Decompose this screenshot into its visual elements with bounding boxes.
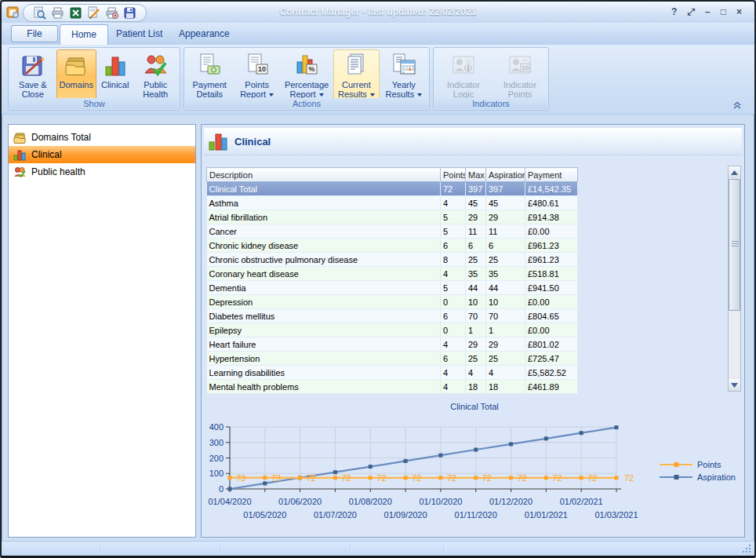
- cell-max: 6: [466, 239, 486, 253]
- payment-details-icon: [197, 53, 222, 78]
- public-health-button[interactable]: Public Health: [133, 49, 177, 100]
- y-tick-label: 200: [209, 454, 224, 463]
- window-title: Contract Manager - last updated: 22/02/2…: [2, 6, 754, 17]
- help-button[interactable]: ?: [671, 5, 677, 19]
- cell-payment: £941.50: [525, 281, 578, 295]
- domains-list-panel: Domains Total Clinical Public health: [8, 124, 196, 538]
- percentage-report-button[interactable]: % Percentage Report: [282, 49, 332, 100]
- table-row[interactable]: Mental health problems41818£461.89: [207, 380, 578, 394]
- table-row[interactable]: Coronary heart disease43535£518.81: [207, 267, 578, 281]
- table-body: Clinical Total72397397£14,542.35Asthma44…: [207, 182, 578, 394]
- column-header-aspiration[interactable]: Aspiration: [486, 168, 525, 182]
- table-row[interactable]: Chronic obstructive pulmonary disease825…: [207, 253, 578, 267]
- column-header-payment[interactable]: Payment: [525, 168, 578, 182]
- fullscreen-button[interactable]: ⤢: [687, 5, 695, 19]
- table-row[interactable]: Clinical Total72397397£14,542.35: [207, 182, 578, 196]
- x-tick-label: 01/02/2021: [560, 497, 603, 506]
- cell-aspiration: 18: [486, 380, 525, 394]
- column-header-max[interactable]: Max: [466, 168, 486, 182]
- point-value-label: 72: [412, 473, 421, 483]
- domains-button[interactable]: Domains: [56, 49, 96, 100]
- folders-icon: [13, 132, 26, 144]
- save-and-close-button[interactable]: Save & Close: [11, 49, 55, 100]
- cell-points: 6: [441, 352, 466, 366]
- table-row[interactable]: Cancer51111£0.00: [207, 224, 578, 239]
- table-row[interactable]: Heart failure42929£801.02: [207, 337, 578, 352]
- table-header: DescriptionPointsMaxAspirationPayment: [207, 168, 578, 182]
- cell-payment: £480.61: [525, 196, 578, 210]
- arrow-up-icon: [731, 170, 738, 175]
- points-marker: [333, 476, 337, 480]
- clinical-results-panel: Clinical DescriptionPointsMaxAspirationP…: [201, 124, 745, 538]
- x-tick-label: 01/08/2020: [349, 497, 392, 506]
- sidebar-item-domains-total[interactable]: Domains Total: [9, 129, 195, 146]
- cell-description: Clinical Total: [207, 182, 441, 196]
- resize-grip[interactable]: [743, 545, 751, 553]
- ribbon-tab-row: File Home Patient List Appearance: [2, 23, 754, 46]
- points-report-button[interactable]: 10 Points Report: [234, 49, 279, 100]
- table-row[interactable]: Diabetes mellitus67070£804.65: [207, 309, 578, 323]
- table-row[interactable]: Depression01010£0.00: [207, 295, 578, 309]
- panel-title: Clinical: [234, 136, 271, 148]
- tab-appearance[interactable]: Appearance: [168, 24, 241, 44]
- table-row[interactable]: Asthma44545£480.61: [207, 196, 578, 210]
- table-vertical-scrollbar[interactable]: [728, 166, 741, 392]
- cell-points: 4: [441, 380, 466, 394]
- points-report-icon: 10: [245, 53, 270, 78]
- cell-aspiration: 11: [486, 224, 525, 239]
- indicator-points-button: 10 Indicator Points: [492, 49, 547, 100]
- cell-payment: £0.00: [525, 323, 578, 337]
- table-row[interactable]: Learning disabilities444£5,582.52: [207, 366, 578, 380]
- scrollbar-thumb[interactable]: [729, 179, 740, 311]
- cell-max: 397: [466, 182, 486, 196]
- table-row[interactable]: Atrial fibrillation52929£914.38: [207, 210, 578, 224]
- cell-points: 4: [441, 267, 466, 281]
- payment-details-button[interactable]: Payment Details: [187, 49, 232, 100]
- aspiration-marker: [615, 425, 619, 429]
- table-row[interactable]: Dementia54444£941.50: [207, 281, 578, 295]
- clinical-chart-icon: [103, 53, 128, 78]
- close-button[interactable]: ×: [736, 5, 742, 19]
- cell-max: 1: [466, 323, 486, 337]
- cell-description: Heart failure: [207, 337, 441, 352]
- cell-aspiration: 44: [486, 281, 525, 295]
- x-tick-label: 01/09/2020: [384, 510, 427, 520]
- cell-payment: £801.02: [525, 337, 578, 352]
- table-row[interactable]: Hypertension62525£725.47: [207, 352, 578, 366]
- svg-text:10: 10: [522, 64, 529, 71]
- cell-max: 18: [466, 380, 486, 394]
- sidebar-item-public-health[interactable]: Public health: [9, 163, 195, 181]
- x-tick-label: 01/12/2020: [489, 497, 532, 506]
- y-tick-label: 100: [209, 469, 224, 478]
- sidebar-item-clinical[interactable]: Clinical: [9, 146, 195, 163]
- cell-max: 10: [466, 295, 486, 309]
- point-value-label: 73: [271, 473, 281, 483]
- x-tick-label: 01/07/2020: [314, 510, 357, 520]
- cell-payment: £0.00: [525, 295, 578, 309]
- legend-marker: [674, 462, 679, 467]
- ribbon-collapse-chevron-icon[interactable]: [732, 100, 742, 109]
- points-marker: [544, 476, 548, 480]
- current-results-icon: [343, 53, 369, 78]
- tab-home[interactable]: Home: [60, 24, 108, 45]
- scroll-down-button[interactable]: [729, 379, 740, 391]
- cell-max: 70: [466, 309, 486, 323]
- cell-description: Dementia: [207, 281, 441, 295]
- cell-max: 4: [466, 366, 486, 380]
- tab-patient-list[interactable]: Patient List: [105, 24, 173, 44]
- table-row[interactable]: Epilepsy011£0.00: [207, 323, 578, 337]
- ribbon-group-indicators: Indicator Logic 10 Indicator Points Indi…: [433, 47, 549, 111]
- cell-max: 11: [466, 224, 486, 239]
- scroll-up-button[interactable]: [729, 166, 740, 178]
- column-header-points[interactable]: Points: [441, 168, 466, 182]
- minimize-button[interactable]: –: [705, 5, 711, 19]
- current-results-button[interactable]: Current Results: [333, 49, 379, 100]
- tab-file[interactable]: File: [11, 25, 58, 42]
- clinical-button[interactable]: Clinical: [98, 49, 132, 100]
- maximize-button[interactable]: □: [721, 5, 726, 19]
- cell-points: 8: [441, 253, 466, 267]
- column-header-description[interactable]: Description: [207, 168, 441, 182]
- percentage-report-icon: %: [294, 53, 319, 78]
- table-row[interactable]: Chronic kidney disease666£961.23: [207, 239, 578, 253]
- yearly-results-button[interactable]: Yearly Results: [381, 49, 427, 100]
